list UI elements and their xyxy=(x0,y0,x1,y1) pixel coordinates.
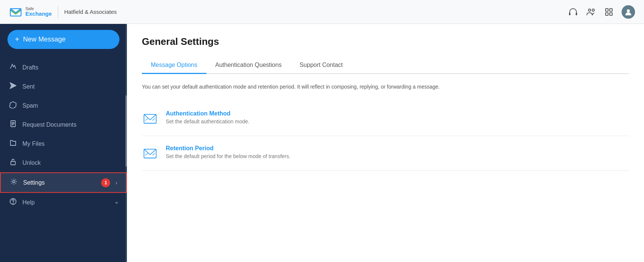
sidebar-nav: Drafts Sent Spam xyxy=(0,55,127,262)
sidebar-item-unlock[interactable]: Unlock xyxy=(0,153,127,172)
header-divider xyxy=(58,6,58,18)
retention-period-title[interactable]: Retention Period xyxy=(166,145,629,152)
request-documents-icon xyxy=(9,120,17,129)
new-message-button[interactable]: + New Message xyxy=(7,30,119,49)
svg-point-18 xyxy=(13,203,13,204)
sidebar-item-sent-label: Sent xyxy=(22,83,118,90)
main-layout: + New Message Drafts Sen xyxy=(0,24,644,262)
logo-area: Safe Exchange xyxy=(9,5,52,19)
retention-period-icon xyxy=(142,145,158,161)
svg-rect-1 xyxy=(569,13,570,15)
header-left: Safe Exchange Hatfield & Associates xyxy=(9,5,117,19)
logo-text: Safe Exchange xyxy=(25,6,52,17)
sidebar-item-settings[interactable]: Settings 1 › xyxy=(0,172,127,193)
sidebar-scrollbar[interactable] xyxy=(125,24,127,262)
sidebar-item-help-label: Help xyxy=(22,199,110,206)
svg-line-21 xyxy=(145,118,147,120)
plus-icon: + xyxy=(15,35,19,44)
sidebar-item-drafts[interactable]: Drafts xyxy=(0,58,127,77)
spam-icon xyxy=(9,101,17,110)
users-icon[interactable] xyxy=(586,7,596,17)
tab-message-options[interactable]: Message Options xyxy=(142,58,206,74)
new-message-label: New Message xyxy=(23,36,66,43)
header-right xyxy=(568,5,635,19)
svg-point-3 xyxy=(588,9,591,11)
svg-marker-10 xyxy=(10,83,16,89)
help-icon xyxy=(9,198,17,207)
settings-chevron-icon: › xyxy=(115,180,117,186)
user-avatar[interactable] xyxy=(622,5,635,19)
sidebar-item-unlock-label: Unlock xyxy=(22,160,118,166)
tabs: Message Options Authentication Questions… xyxy=(142,58,629,74)
sidebar-item-my-files[interactable]: My Files xyxy=(0,134,127,153)
svg-point-16 xyxy=(13,181,15,183)
header: Safe Exchange Hatfield & Associates xyxy=(0,0,644,24)
svg-line-24 xyxy=(145,153,147,155)
svg-line-20 xyxy=(152,118,155,120)
svg-rect-15 xyxy=(11,161,15,165)
apps-icon[interactable] xyxy=(604,7,614,17)
sidebar-item-sent[interactable]: Sent xyxy=(0,77,127,96)
headset-icon[interactable] xyxy=(568,7,578,17)
svg-point-4 xyxy=(592,9,594,11)
page-title: General Settings xyxy=(142,36,629,47)
logo-exchange: Exchange xyxy=(25,11,52,17)
authentication-method-content: Authentication Method Set the default au… xyxy=(166,110,629,124)
sidebar-item-spam[interactable]: Spam xyxy=(0,96,127,115)
sidebar: + New Message Drafts Sen xyxy=(0,24,127,262)
drafts-icon xyxy=(9,63,17,72)
retention-period-content: Retention Period Set the default period … xyxy=(166,145,629,159)
settings-badge: 1 xyxy=(101,178,110,187)
retention-period-desc: Set the default period for the below mod… xyxy=(166,153,629,159)
retention-period-section: Retention Period Set the default period … xyxy=(142,136,629,171)
help-chevron-icon: « xyxy=(115,200,118,205)
authentication-method-section: Authentication Method Set the default au… xyxy=(142,101,629,136)
company-name: Hatfield & Associates xyxy=(64,9,117,15)
tab-description: You can set your default authentication … xyxy=(142,83,629,91)
tab-authentication-questions[interactable]: Authentication Questions xyxy=(206,58,291,74)
authentication-method-desc: Set the default authentication mode. xyxy=(166,118,629,124)
sidebar-item-spam-label: Spam xyxy=(22,102,118,109)
my-files-icon xyxy=(9,139,17,148)
svg-rect-8 xyxy=(610,13,612,15)
unlock-icon xyxy=(9,158,17,167)
content-area: General Settings Message Options Authent… xyxy=(127,24,644,262)
svg-rect-5 xyxy=(606,9,608,11)
sidebar-scrollbar-thumb xyxy=(125,95,127,167)
settings-icon xyxy=(10,178,18,187)
svg-line-23 xyxy=(152,153,155,155)
authentication-method-title[interactable]: Authentication Method xyxy=(166,110,629,117)
logo-icon xyxy=(9,5,22,19)
sidebar-item-my-files-label: My Files xyxy=(22,141,118,147)
tab-support-contact[interactable]: Support Contact xyxy=(290,58,352,74)
svg-point-9 xyxy=(627,9,630,12)
svg-rect-7 xyxy=(606,13,608,15)
sidebar-item-drafts-label: Drafts xyxy=(22,64,118,71)
sidebar-item-request-documents-label: Request Documents xyxy=(22,121,118,128)
authentication-method-icon xyxy=(142,110,158,127)
sidebar-item-settings-label: Settings xyxy=(23,179,94,186)
sidebar-item-help[interactable]: Help « xyxy=(0,193,127,212)
svg-rect-2 xyxy=(576,13,577,15)
sent-icon xyxy=(9,82,17,91)
svg-rect-6 xyxy=(610,9,612,11)
sidebar-item-request-documents[interactable]: Request Documents xyxy=(0,115,127,134)
